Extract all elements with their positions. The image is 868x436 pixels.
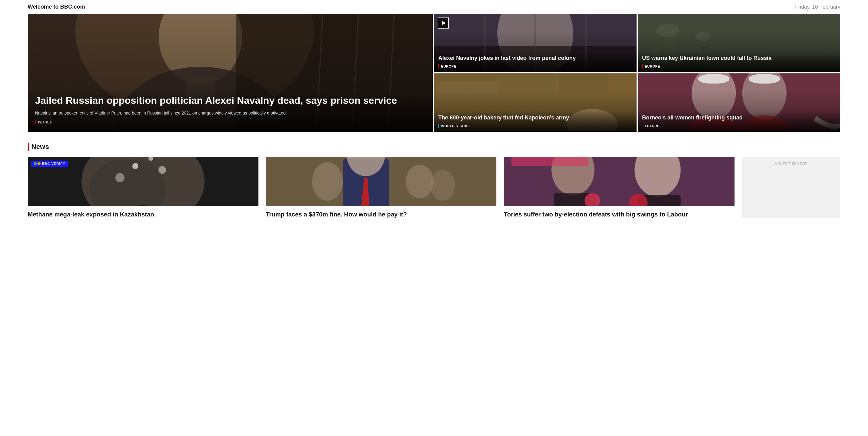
circle-green <box>34 162 37 165</box>
advertisement-panel: ADVERTISEMENT <box>742 157 840 218</box>
svg-point-59 <box>406 165 433 198</box>
bbc-verify-badge: BBC VERIFY <box>31 161 68 167</box>
side-card-borneo-category: FUTURE <box>642 124 836 128</box>
news-card-tories-title: Tories suffer two by-election defeats wi… <box>504 210 735 218</box>
category-bar <box>35 120 36 124</box>
side-card-bakery-title: The 600-year-old bakery that fed Napoleo… <box>438 114 632 121</box>
side-card-borneo-title: Borneo's all-women firefighting squad <box>642 114 836 121</box>
svg-point-60 <box>430 170 455 201</box>
news-card-trump-title: Trump faces a $370m fine. How would he p… <box>266 210 497 218</box>
svg-rect-68 <box>512 157 588 166</box>
news-card-trump-img: 300 <box>266 157 497 206</box>
svg-point-46 <box>132 163 138 169</box>
news-card-tories-img <box>504 157 735 206</box>
news-card-tories[interactable]: Tories suffer two by-election defeats wi… <box>504 157 735 218</box>
side-card-ukraine-category: EUROPE <box>642 64 836 68</box>
side-card-navalny-title: Alexei Navalny jokes in last video from … <box>438 55 632 62</box>
news-card-methane[interactable]: BBC VERIFY Methane mega-leak exposed in … <box>28 157 258 218</box>
verify-text: BBC VERIFY <box>42 162 65 166</box>
news-card-methane-title: Methane mega-leak exposed in Kazakhstan <box>28 210 258 218</box>
side-card-bakery-category: WORLD'S TABLE <box>438 124 632 128</box>
svg-point-58 <box>312 162 343 201</box>
side-card-navalny-category: EUROPE <box>438 64 632 68</box>
hero-main-subtext: Navalny, an outspoken critic of Vladimir… <box>35 110 425 116</box>
side-card-borneo[interactable]: Borneo's all-women firefighting squad FU… <box>638 73 840 132</box>
side-card-ukraine-title: US warns key Ukrainian town could fall t… <box>642 55 836 62</box>
circle-orange <box>37 162 40 165</box>
hero-grid: Jailed Russian opposition politician Ale… <box>0 14 868 132</box>
welcome-text: Welcome to BBC.com <box>28 4 85 10</box>
svg-point-49 <box>115 173 124 182</box>
side-card-ukraine[interactable]: US warns key Ukrainian town could fall t… <box>638 14 840 72</box>
news-red-bar <box>28 143 29 151</box>
advertisement-label: ADVERTISEMENT <box>775 162 807 166</box>
side-card-bakery[interactable]: The 600-year-old bakery that fed Napoleo… <box>434 73 637 132</box>
hero-main-card[interactable]: Jailed Russian opposition politician Ale… <box>28 14 433 132</box>
bbc-circles <box>34 162 40 165</box>
news-card-methane-img: BBC VERIFY <box>28 157 258 206</box>
side-card-navalny-video[interactable]: Alexei Navalny jokes in last video from … <box>434 14 637 72</box>
news-grid: BBC VERIFY Methane mega-leak exposed in … <box>28 157 840 218</box>
news-card-trump[interactable]: 300 Trump faces a $370m fine. How would … <box>266 157 497 218</box>
hero-main-headline: Jailed Russian opposition politician Ale… <box>35 95 425 106</box>
news-section-title: News <box>31 143 49 151</box>
news-section: News <box>0 143 868 218</box>
hero-main-category: WORLD <box>35 120 425 124</box>
svg-point-48 <box>158 166 166 174</box>
play-button[interactable] <box>438 18 449 29</box>
top-bar: Welcome to BBC.com Friday, 16 February <box>0 0 868 14</box>
news-section-header: News <box>28 143 840 151</box>
date-text: Friday, 16 February <box>795 4 840 10</box>
